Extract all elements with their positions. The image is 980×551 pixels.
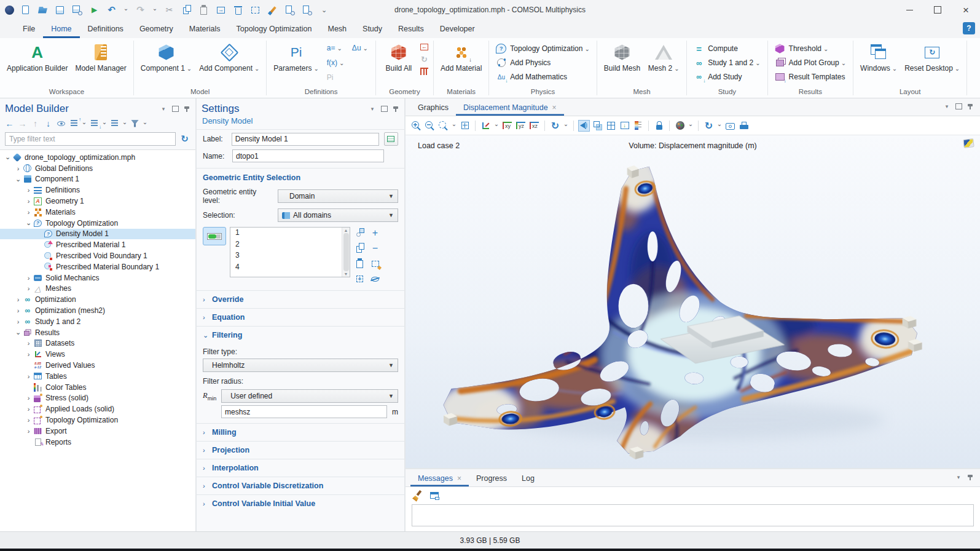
maximize-icon[interactable] (923, 0, 952, 20)
view-3d-icon[interactable] (480, 120, 492, 132)
pin-panel-icon[interactable] (966, 474, 974, 481)
selection-item-4[interactable]: 4 (230, 262, 350, 274)
parameters-button[interactable]: Parameters (270, 41, 321, 75)
topology-optimization-physics-button[interactable]: Topology Optimization (493, 42, 592, 55)
tree-item-prescribed-material-1[interactable]: Prescribed Material 1 (0, 239, 195, 250)
tree-item-optimization-mesh2-[interactable]: ›Optimization (mesh2) (0, 305, 195, 316)
view-lock-icon[interactable] (653, 120, 665, 132)
dd-icon[interactable] (81, 117, 87, 129)
float-panel-icon[interactable] (955, 103, 962, 110)
tab-progress[interactable]: Progress (469, 471, 514, 486)
windows-button[interactable]: Windows (857, 41, 900, 75)
expander-icon[interactable]: › (25, 394, 33, 402)
tree-item-color-tables[interactable]: Color Tables (0, 382, 195, 393)
threshold-button[interactable]: Threshold (772, 42, 849, 55)
panel-menu-icon[interactable] (160, 105, 167, 113)
tree-item-meshes[interactable]: ›Meshes (0, 283, 195, 295)
section-control-variable-discretization[interactable]: ›Control Variable Discretization (197, 477, 404, 494)
tree-item-prescribed-material-boundary-1[interactable]: Prescribed Material Boundary 1 (0, 261, 195, 272)
section-equation[interactable]: ›Equation (197, 308, 404, 326)
tab-developer[interactable]: Developer (432, 20, 483, 38)
selection-item-2[interactable]: 2 (230, 239, 350, 251)
refresh-icon[interactable] (179, 133, 190, 145)
tree-item-topology-optimization[interactable]: ›Topology Optimization (0, 414, 195, 426)
tree-item-solid-mechanics[interactable]: ›Solid Mechanics (0, 272, 195, 283)
filter-input[interactable] (5, 132, 176, 146)
minimize-icon[interactable] (895, 0, 923, 20)
active-toggle-button[interactable] (203, 227, 226, 245)
tree-item-derived-values[interactable]: Derived Values (0, 360, 195, 371)
mail-window-icon[interactable] (428, 490, 440, 501)
up-icon[interactable] (29, 117, 41, 129)
add-mathematics-button[interactable]: Add Mathematics (493, 71, 592, 83)
color-theme-icon[interactable] (674, 120, 686, 132)
rotate-icon[interactable] (549, 120, 561, 132)
move-up-icon[interactable] (68, 117, 80, 129)
tab-results[interactable]: Results (390, 20, 432, 38)
tab-materials[interactable]: Materials (181, 20, 229, 38)
tree-item-definitions[interactable]: ›Definitions (0, 184, 195, 196)
import-geometry-icon[interactable] (419, 42, 429, 52)
add-material-button[interactable]: Add Material (437, 41, 485, 75)
float-panel-icon[interactable] (380, 105, 388, 113)
down-icon[interactable] (42, 117, 54, 129)
snapshot-icon[interactable] (724, 120, 736, 132)
tab-messages[interactable]: Messages× (410, 471, 469, 486)
section-filtering[interactable]: ⌄Filtering (197, 326, 404, 344)
expander-icon[interactable]: ⌄ (14, 175, 22, 183)
close-icon[interactable] (952, 0, 980, 20)
section-projection[interactable]: ›Projection (197, 441, 404, 459)
import-win-icon[interactable] (215, 4, 227, 16)
sync-geometry-icon[interactable] (419, 54, 429, 64)
expander-icon[interactable]: › (25, 416, 33, 424)
panel-menu-icon[interactable] (369, 105, 376, 113)
add-plot-group-button[interactable]: Add Plot Group (772, 57, 849, 69)
float-panel-icon[interactable] (171, 105, 179, 113)
tree-item-applied-loads-solid-[interactable]: ›Applied Loads (solid) (0, 403, 195, 414)
expander-icon[interactable]: ⌄ (14, 328, 22, 336)
parameter-case-button[interactable]: Pi (323, 71, 372, 84)
filter-icon[interactable] (129, 117, 141, 129)
tree-item-topology-optimization[interactable]: ⌄Topology Optimization (0, 218, 195, 229)
tab-mesh[interactable]: Mesh (319, 20, 355, 38)
expander-icon[interactable]: › (25, 186, 33, 194)
copy-icon[interactable] (181, 4, 192, 16)
transparency-icon[interactable] (592, 120, 603, 132)
expander-icon[interactable]: › (25, 285, 33, 292)
tab-log[interactable]: Log (514, 471, 542, 486)
functions-button[interactable]: f(x) (323, 57, 372, 69)
tree-item-datasets[interactable]: ›Datasets (0, 338, 195, 349)
tree-item-results[interactable]: ⌄Results (0, 327, 195, 338)
save-as-icon[interactable] (71, 4, 83, 16)
tab-file[interactable]: File (15, 20, 43, 38)
hide-eye-icon[interactable] (369, 273, 381, 285)
doc-search-icon[interactable] (301, 4, 313, 16)
variables-button[interactable]: a= (323, 42, 346, 54)
tree-item-density-model-1[interactable]: Density Model 1 (0, 229, 195, 240)
result-templates-button[interactable]: Result Templates (772, 71, 849, 83)
close-tab-icon[interactable]: × (552, 103, 557, 112)
compute-button[interactable]: Compute (691, 42, 763, 55)
add-physics-button[interactable]: Add Physics (493, 57, 592, 69)
build-mesh-button[interactable]: Build Mesh (601, 41, 643, 75)
expander-icon[interactable]: › (25, 208, 33, 216)
tree-item-optimization[interactable]: ›Optimization (0, 294, 195, 305)
rename-button[interactable] (384, 132, 398, 146)
dd-icon[interactable] (101, 117, 108, 129)
model-manager-button[interactable]: Model Manager (72, 41, 129, 75)
grid-icon[interactable] (605, 120, 617, 132)
back-icon[interactable] (4, 117, 15, 129)
zoom-out-icon[interactable] (424, 120, 436, 132)
expander-icon[interactable]: ⌄ (25, 219, 33, 227)
tab-topology-optimization[interactable]: Topology Optimization (228, 20, 319, 38)
nonlocal-couplings-button[interactable]: Δu (348, 42, 372, 54)
scene-light-icon[interactable] (578, 120, 590, 132)
tree-item-views[interactable]: ›Views (0, 349, 195, 360)
section-override[interactable]: ›Override (197, 290, 404, 308)
tree-item-reports[interactable]: Reports (0, 437, 195, 448)
listbox-scrollbar[interactable]: ▲▼ (342, 228, 350, 277)
tab-study[interactable]: Study (355, 20, 390, 38)
pin-panel-icon[interactable] (966, 103, 974, 110)
remove-icon[interactable] (369, 242, 381, 254)
pin-panel-icon[interactable] (183, 105, 190, 113)
